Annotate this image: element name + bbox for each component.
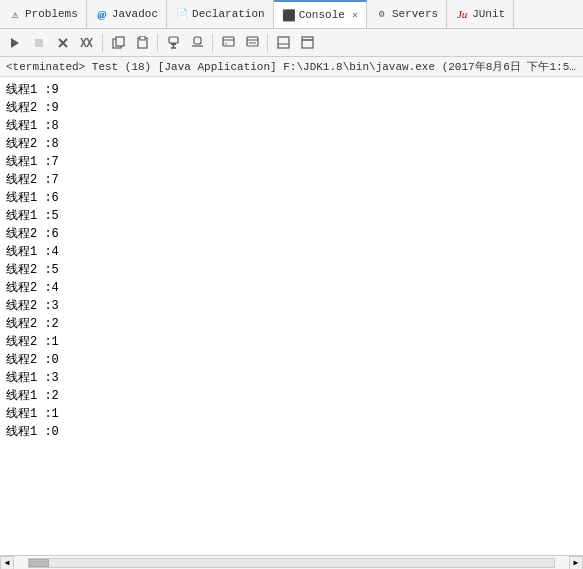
console-line: 线程1 :3 (6, 369, 577, 387)
separator-2 (157, 34, 158, 52)
tab-console-label: Console (299, 9, 345, 21)
tab-servers-label: Servers (392, 8, 438, 20)
console-icon: ⬛ (282, 8, 296, 22)
console-line: 线程2 :3 (6, 297, 577, 315)
tab-problems-label: Problems (25, 8, 78, 20)
stop-button[interactable] (28, 32, 50, 54)
console-line: 线程2 :5 (6, 261, 577, 279)
tab-javadoc[interactable]: @ Javadoc (87, 0, 167, 28)
svg-text:▷: ▷ (225, 40, 228, 46)
console-line: 线程1 :5 (6, 207, 577, 225)
scrollbar-thumb[interactable] (29, 559, 49, 567)
svg-rect-12 (169, 37, 178, 43)
remove-all-button[interactable] (76, 32, 98, 54)
minimize-button[interactable] (272, 32, 294, 54)
separator-4 (267, 34, 268, 52)
horizontal-scrollbar[interactable]: ◀ ▶ (0, 555, 583, 569)
console-line: 线程2 :2 (6, 315, 577, 333)
separator-1 (102, 34, 103, 52)
status-text: <terminated> Test (18) [Java Application… (6, 61, 583, 73)
console-line: 线程1 :6 (6, 189, 577, 207)
word-wrap-button[interactable] (186, 32, 208, 54)
problems-icon: ⚠ (8, 7, 22, 21)
maximize-button[interactable] (296, 32, 318, 54)
tab-junit-label: JUnit (472, 8, 505, 20)
tab-servers[interactable]: ⚙ Servers (367, 0, 447, 28)
svg-marker-0 (11, 38, 19, 48)
tab-declaration-label: Declaration (192, 8, 265, 20)
svg-rect-24 (278, 37, 289, 48)
console-line: 线程2 :9 (6, 99, 577, 117)
console-line: 线程1 :7 (6, 153, 577, 171)
separator-3 (212, 34, 213, 52)
remove-button[interactable] (52, 32, 74, 54)
tab-junit[interactable]: Ju JUnit (447, 0, 514, 28)
svg-rect-1 (35, 39, 43, 47)
tab-javadoc-label: Javadoc (112, 8, 158, 20)
console-output[interactable]: 线程1 :9线程2 :9线程1 :8线程2 :8线程1 :7线程2 :7线程1 … (0, 77, 583, 555)
console-line: 线程1 :0 (6, 423, 577, 441)
new-console-button[interactable]: ▷ (217, 32, 239, 54)
console-line: 线程2 :1 (6, 333, 577, 351)
tab-problems[interactable]: ⚠ Problems (0, 0, 87, 28)
console-line: 线程2 :0 (6, 351, 577, 369)
toolbar: ▷ (0, 29, 583, 57)
paste-button[interactable] (131, 32, 153, 54)
junit-icon: Ju (455, 7, 469, 21)
pin-console-button[interactable] (162, 32, 184, 54)
console-line: 线程2 :7 (6, 171, 577, 189)
tab-declaration[interactable]: 📄 Declaration (167, 0, 274, 28)
servers-icon: ⚙ (375, 7, 389, 21)
tab-bar: ⚠ Problems @ Javadoc 📄 Declaration ⬛ Con… (0, 0, 583, 29)
svg-rect-21 (247, 37, 258, 46)
javadoc-icon: @ (95, 7, 109, 21)
run-button[interactable] (4, 32, 26, 54)
svg-rect-26 (302, 37, 313, 48)
tab-console[interactable]: ⬛ Console ✕ (274, 0, 367, 28)
console-line: 线程1 :2 (6, 387, 577, 405)
status-bar: <terminated> Test (18) [Java Application… (0, 57, 583, 77)
scrollbar-track[interactable] (28, 558, 555, 568)
copy-button[interactable] (107, 32, 129, 54)
console-line: 线程2 :6 (6, 225, 577, 243)
console-line: 线程1 :9 (6, 81, 577, 99)
console-line: 线程2 :8 (6, 135, 577, 153)
declaration-icon: 📄 (175, 7, 189, 21)
console-line: 线程1 :8 (6, 117, 577, 135)
console-line: 线程1 :1 (6, 405, 577, 423)
close-icon[interactable]: ✕ (352, 9, 358, 21)
console-line: 线程1 :4 (6, 243, 577, 261)
svg-rect-9 (116, 37, 124, 46)
display-console-button[interactable] (241, 32, 263, 54)
scroll-left-arrow[interactable]: ◀ (0, 556, 14, 570)
scroll-right-arrow[interactable]: ▶ (569, 556, 583, 570)
svg-rect-13 (171, 43, 176, 45)
svg-rect-11 (140, 36, 145, 40)
console-line: 线程2 :4 (6, 279, 577, 297)
svg-rect-16 (194, 37, 201, 44)
